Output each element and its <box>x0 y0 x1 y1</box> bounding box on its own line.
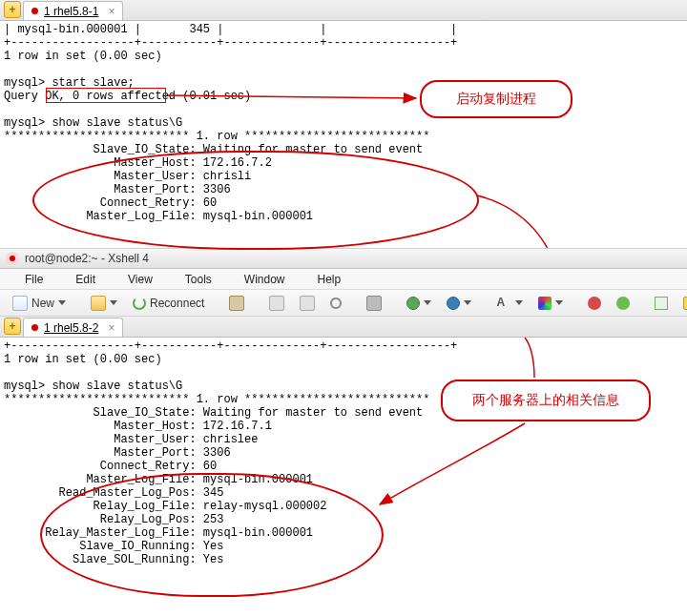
terminal-1[interactable]: | mysql-bin.000001 | 345 | | | +--------… <box>0 21 687 248</box>
tab-rhel58-1[interactable]: 1 rhel5.8-1 × <box>23 1 123 20</box>
reconnect-label: Reconnect <box>150 297 204 310</box>
printer-icon <box>366 296 382 311</box>
reconnect-icon <box>133 297 146 310</box>
menu-view[interactable]: View <box>113 271 168 288</box>
globe-blue-icon <box>447 297 460 310</box>
paste-icon <box>229 296 244 311</box>
tab-rhel58-2[interactable]: 1 rhel5.8-2 × <box>23 318 123 337</box>
menu-tools[interactable]: Tools <box>170 271 227 288</box>
font-button[interactable]: A <box>489 293 530 314</box>
grid-icon <box>655 297 668 310</box>
terminal-2[interactable]: +------------------+-----------+--------… <box>0 338 687 614</box>
find-button[interactable] <box>323 293 348 314</box>
paste-button[interactable] <box>222 293 251 314</box>
globe-green-icon <box>406 297 420 310</box>
tab-strip-1: + 1 rhel5.8-1 × <box>0 0 687 21</box>
folder-icon <box>91 296 106 311</box>
chevron-down-icon <box>555 300 563 305</box>
green-dot-icon <box>616 297 630 310</box>
lock-button[interactable] <box>677 293 687 314</box>
tab-label: 1 rhel5.8-1 <box>44 5 98 18</box>
copy-icon <box>269 296 284 311</box>
copy-button[interactable] <box>262 293 291 314</box>
reconnect-button[interactable]: Reconnect <box>126 293 211 314</box>
window-titlebar: root@node2:~ - Xshell 4 <box>0 248 687 269</box>
chevron-down-icon <box>464 300 471 305</box>
copy2-button[interactable] <box>293 293 322 314</box>
tab-strip-2: + 1 rhel5.8-2 × <box>0 317 687 338</box>
red-dot-icon <box>588 297 601 310</box>
color-icon <box>538 297 552 310</box>
new-label: New <box>31 297 54 310</box>
font-icon: A <box>496 296 511 311</box>
status-dot-icon <box>31 324 38 331</box>
status-dot-icon <box>31 8 38 14</box>
window-title: root@node2:~ - Xshell 4 <box>25 252 149 265</box>
menu-file[interactable]: File <box>10 271 58 288</box>
tool1-button[interactable] <box>581 293 608 314</box>
new-tab-button[interactable]: + <box>4 318 21 335</box>
chevron-down-icon <box>58 300 66 305</box>
new-tab-button[interactable]: + <box>4 1 21 18</box>
new-button[interactable]: New <box>6 293 73 314</box>
tab-label: 1 rhel5.8-2 <box>44 321 98 335</box>
plus-icon: + <box>9 4 15 15</box>
new-icon <box>12 296 28 311</box>
chevron-down-icon <box>110 300 117 305</box>
colorscheme-button[interactable] <box>531 293 570 314</box>
chevron-down-icon <box>515 300 523 305</box>
print-button[interactable] <box>360 293 388 314</box>
open-button[interactable] <box>84 293 124 314</box>
net1-button[interactable] <box>400 293 438 314</box>
close-icon[interactable]: × <box>108 5 114 18</box>
lock-icon <box>683 297 687 310</box>
clone-icon <box>300 296 315 311</box>
tool2-button[interactable] <box>610 293 636 314</box>
plus-icon: + <box>9 320 15 332</box>
toolbar: New Reconnect A <box>0 290 687 317</box>
app-icon <box>6 252 19 265</box>
chevron-down-icon <box>424 300 431 305</box>
menu-help[interactable]: Help <box>302 271 357 288</box>
menu-edit[interactable]: Edit <box>60 271 111 288</box>
pane-1: + 1 rhel5.8-1 × | mysql-bin.000001 | 345… <box>0 0 687 248</box>
sessions-button[interactable] <box>648 293 675 314</box>
menu-bar: File Edit View Tools Window Help <box>0 269 687 290</box>
net2-button[interactable] <box>440 293 478 314</box>
menu-window[interactable]: Window <box>229 271 301 288</box>
close-icon[interactable]: × <box>108 321 114 335</box>
search-icon <box>330 298 342 309</box>
